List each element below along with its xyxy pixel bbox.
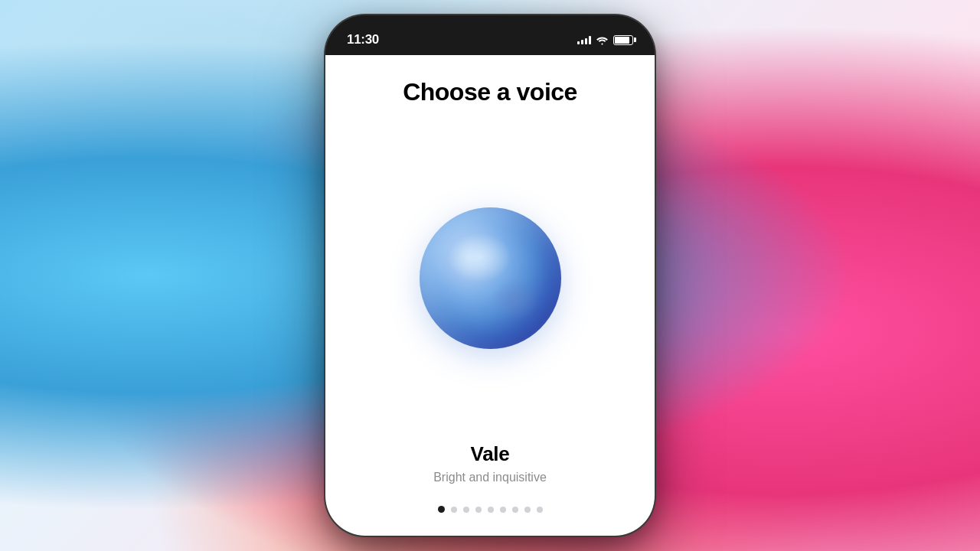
voice-avatar-container — [420, 137, 561, 419]
wifi-icon — [596, 35, 609, 45]
page-dot-2[interactable] — [451, 507, 457, 513]
page-indicators — [438, 506, 543, 513]
page-dot-9[interactable] — [537, 507, 543, 513]
page-dot-4[interactable] — [475, 507, 482, 513]
voice-orb[interactable] — [420, 207, 561, 349]
page-dot-5[interactable] — [488, 507, 494, 513]
status-icons — [577, 35, 633, 45]
status-time: 11:30 — [347, 32, 379, 47]
phone-frame: 11:30 Choose a voice — [325, 15, 655, 536]
voice-name: Vale — [471, 442, 510, 466]
screen-content: Choose a voice Vale Bright and inquisiti… — [325, 55, 655, 536]
voice-description: Bright and inquisitive — [433, 471, 547, 484]
battery-icon — [613, 35, 633, 45]
page-title: Choose a voice — [403, 78, 577, 106]
page-dot-1[interactable] — [438, 506, 445, 513]
signal-strength-icon — [577, 35, 591, 44]
page-dot-3[interactable] — [463, 507, 469, 513]
page-dot-6[interactable] — [500, 507, 506, 513]
page-dot-8[interactable] — [524, 507, 531, 513]
page-dot-7[interactable] — [512, 507, 518, 513]
phone-screen: Choose a voice Vale Bright and inquisiti… — [325, 55, 655, 536]
status-bar: 11:30 — [325, 15, 655, 55]
